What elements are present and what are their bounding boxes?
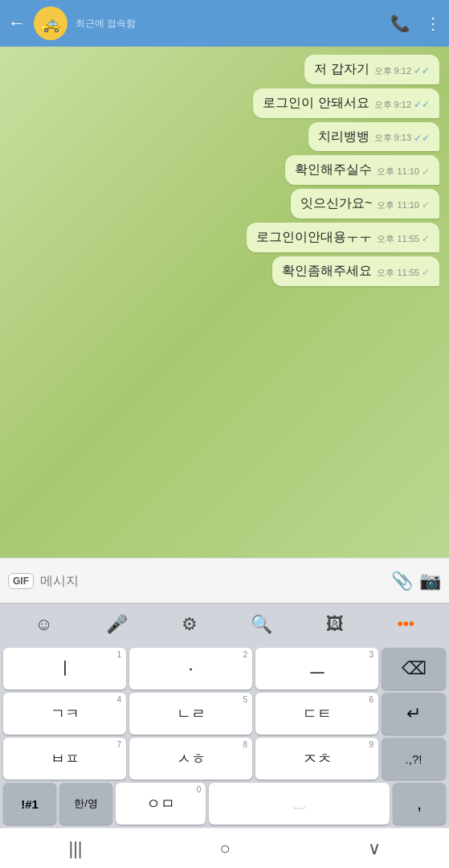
symbol-key[interactable]: !#1 bbox=[3, 783, 56, 825]
recent-apps-icon[interactable]: ||| bbox=[68, 838, 82, 859]
message-bubble: 확인해주실수오후 11:10✓ bbox=[285, 155, 439, 185]
message-text: 확인좀해주세요 bbox=[282, 263, 372, 280]
message-time: 오후 11:10 bbox=[377, 166, 419, 178]
message-meta: 오후 11:10✓ bbox=[377, 199, 430, 211]
comma-key[interactable]: , bbox=[393, 783, 446, 825]
camera-icon[interactable]: 📷 bbox=[419, 571, 441, 592]
message-time: 오후 9:13 bbox=[374, 132, 411, 144]
search-toolbar-icon[interactable]: 🔍 bbox=[251, 614, 272, 635]
settings-toolbar-icon[interactable]: ⚙ bbox=[182, 614, 198, 635]
back-button[interactable]: ← bbox=[8, 13, 26, 34]
message-meta: 오후 11:10✓ bbox=[377, 166, 430, 178]
input-area: GIF 📎 📷 bbox=[0, 558, 449, 603]
message-meta: 오후 11:55✓ bbox=[377, 233, 430, 245]
backspace-key[interactable]: ⌫ bbox=[382, 648, 446, 690]
messages-list: 저 갑자기오후 9:12✓✓로그인이 안돼서요오후 9:12✓✓치리뱅뱅오후 9… bbox=[10, 55, 439, 286]
key-1[interactable]: 1 ㅣ bbox=[3, 648, 126, 690]
message-bubble: 치리뱅뱅오후 9:13✓✓ bbox=[308, 122, 439, 152]
keyboard-row-1: 1 ㅣ 2 · 3 ㅡ ⌫ bbox=[3, 648, 446, 690]
message-time: 오후 11:55 bbox=[377, 233, 419, 245]
gif-button[interactable]: GIF bbox=[8, 573, 34, 589]
message-bubble: 로그인이 안돼서요오후 9:12✓✓ bbox=[253, 88, 439, 118]
keyboard-row-2: 4 ㄱㅋ 5 ㄴㄹ 6 ㄷㅌ ↵ bbox=[3, 693, 446, 735]
header-info: 최근에 접속함 bbox=[76, 17, 382, 31]
message-check-icon: ✓ bbox=[422, 199, 430, 211]
enter-key[interactable]: ↵ bbox=[382, 693, 446, 735]
key-7[interactable]: 7 ㅂㅍ bbox=[3, 738, 126, 780]
message-text: 로그인이 안돼서요 bbox=[263, 95, 369, 112]
message-text: 치리뱅뱅 bbox=[318, 129, 369, 145]
message-meta: 오후 11:55✓ bbox=[377, 267, 430, 279]
message-check-icon: ✓ bbox=[422, 267, 430, 278]
message-bubble: 로그인이안대용ㅜㅜ오후 11:55✓ bbox=[247, 223, 439, 252]
keyboard-row-3: 7 ㅂㅍ 8 ㅅㅎ 9 ㅈㅊ .,?! bbox=[3, 738, 446, 780]
space-key[interactable]: ⎵ bbox=[209, 783, 390, 825]
message-meta: 오후 9:12✓✓ bbox=[374, 65, 430, 77]
attachment-icon[interactable]: 📎 bbox=[391, 571, 413, 592]
mic-toolbar-icon[interactable]: 🎤 bbox=[106, 614, 128, 635]
message-text: 잇으신가요~ bbox=[300, 195, 372, 212]
punctuation-key[interactable]: .,?! bbox=[382, 738, 446, 780]
message-meta: 오후 9:12✓✓ bbox=[374, 99, 430, 111]
online-status: 최근에 접속함 bbox=[76, 17, 382, 31]
avatar: 🚕 bbox=[34, 6, 67, 40]
keyboard-toolbar: ☺ 🎤 ⚙ 🔍 🖼 ••• bbox=[0, 603, 449, 645]
more-toolbar-icon[interactable]: ••• bbox=[398, 615, 414, 633]
key-6[interactable]: 6 ㄷㅌ bbox=[255, 693, 378, 735]
key-4[interactable]: 4 ㄱㅋ bbox=[3, 693, 126, 735]
key-5[interactable]: 5 ㄴㄹ bbox=[129, 693, 252, 735]
navigation-bar: ||| ○ ∨ bbox=[0, 828, 449, 868]
message-check-icon: ✓ bbox=[422, 233, 430, 244]
key-2[interactable]: 2 · bbox=[129, 648, 252, 690]
chat-area: 저 갑자기오후 9:12✓✓로그인이 안돼서요오후 9:12✓✓치리뱅뱅오후 9… bbox=[0, 47, 449, 558]
chat-header: ← 🚕 최근에 접속함 📞 ⋮ bbox=[0, 0, 449, 47]
call-icon[interactable]: 📞 bbox=[390, 14, 410, 33]
message-check-icon: ✓ bbox=[422, 166, 430, 178]
key-3[interactable]: 3 ㅡ bbox=[255, 648, 378, 690]
message-check-icon: ✓✓ bbox=[414, 133, 430, 144]
message-time: 오후 9:12 bbox=[374, 99, 411, 111]
message-time: 오후 11:55 bbox=[377, 267, 419, 279]
header-actions: 📞 ⋮ bbox=[390, 14, 441, 33]
message-check-icon: ✓✓ bbox=[414, 99, 430, 110]
message-bubble: 잇으신가요~오후 11:10✓ bbox=[291, 189, 439, 219]
message-meta: 오후 9:13✓✓ bbox=[374, 132, 430, 144]
message-time: 오후 11:10 bbox=[377, 199, 419, 211]
language-key[interactable]: 한/영 bbox=[59, 783, 112, 825]
keyboard-row-4: !#1 한/영 0 ㅇㅁ ⎵ , bbox=[3, 783, 446, 825]
message-text: 저 갑자기 bbox=[314, 61, 369, 78]
sticker-toolbar-icon[interactable]: 🖼 bbox=[326, 614, 344, 635]
keyboard: 1 ㅣ 2 · 3 ㅡ ⌫ 4 ㄱㅋ 5 ㄴㄹ 6 ㄷㅌ ↵ bbox=[0, 645, 449, 828]
emoji-toolbar-icon[interactable]: ☺ bbox=[35, 614, 52, 635]
message-bubble: 확인좀해주세요오후 11:55✓ bbox=[272, 256, 439, 286]
back-nav-icon[interactable]: ∨ bbox=[368, 838, 381, 859]
message-bubble: 저 갑자기오후 9:12✓✓ bbox=[304, 55, 439, 84]
message-text: 확인해주실수 bbox=[295, 162, 372, 178]
key-8[interactable]: 8 ㅅㅎ bbox=[129, 738, 252, 780]
message-text: 로그인이안대용ㅜㅜ bbox=[256, 229, 372, 246]
message-time: 오후 9:12 bbox=[374, 65, 411, 77]
home-icon[interactable]: ○ bbox=[219, 838, 230, 859]
more-options-icon[interactable]: ⋮ bbox=[425, 14, 441, 33]
message-check-icon: ✓✓ bbox=[414, 65, 430, 76]
message-input[interactable] bbox=[40, 574, 385, 588]
key-9[interactable]: 9 ㅈㅊ bbox=[255, 738, 378, 780]
key-0[interactable]: 0 ㅇㅁ bbox=[116, 783, 206, 825]
